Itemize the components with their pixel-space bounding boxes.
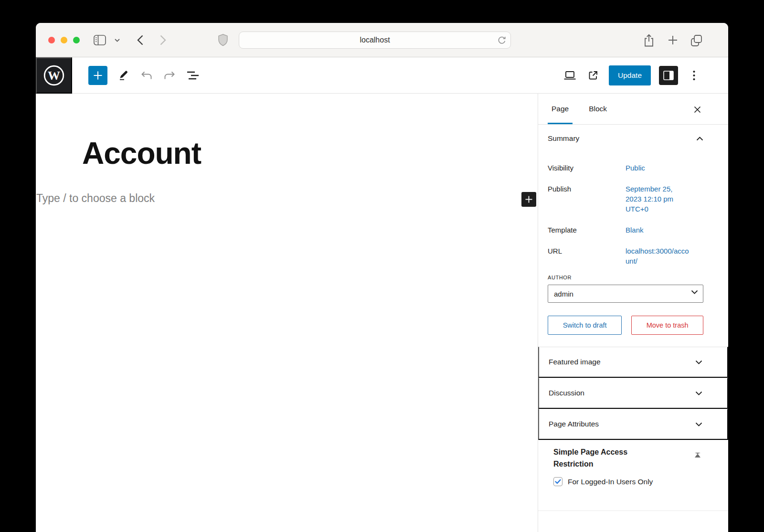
preview-button[interactable] [562,67,577,84]
edit-tool-button[interactable] [116,67,131,84]
browser-chrome: localhost [36,23,728,57]
back-button[interactable] [133,33,147,47]
tab-page[interactable]: Page [548,94,573,124]
close-icon [694,106,701,113]
plus-icon [525,195,533,203]
block-inserter-button[interactable] [88,66,107,85]
summary-row-publish: Publish September 25, 2023 12:10 pm UTC+… [548,184,703,214]
plugin-panel-title: Simple Page Access Restriction [553,446,663,470]
new-tab-icon[interactable] [666,33,679,47]
undo-icon [140,70,153,81]
editor-toolbar: W [36,57,728,94]
list-view-button[interactable] [185,67,200,84]
chevron-down-icon [695,422,702,426]
page-title[interactable]: Account [82,136,201,171]
list-view-icon [186,70,199,81]
logged-in-users-checkbox[interactable] [553,477,562,486]
logged-in-users-checkbox-label[interactable]: For Logged-In Users Only [568,478,653,486]
row-label: Visibility [548,163,626,173]
update-button[interactable]: Update [609,65,651,85]
undo-button[interactable] [139,67,154,84]
close-window-button[interactable] [48,37,55,43]
settings-sidebar: Page Block Summary Visibility Public [538,94,728,532]
row-label: Publish [548,184,626,194]
forward-button[interactable] [156,33,170,47]
privacy-shield-icon[interactable] [216,33,230,47]
template-value-link[interactable]: Blank [626,225,644,235]
tab-block[interactable]: Block [585,94,611,124]
editor-canvas: Account Type / to choose a block [36,94,538,532]
panel-discussion[interactable]: Discussion [538,378,728,409]
chevron-down-icon[interactable] [112,33,122,47]
sidebar-tabs: Page Block [538,94,728,125]
summary-row-visibility: Visibility Public [548,163,703,173]
summary-header[interactable]: Summary [548,134,703,143]
simple-page-access-restriction-panel: Simple Page Access Restriction For Logge… [538,440,728,511]
visibility-value-link[interactable]: Public [626,163,645,173]
pencil-icon [118,70,129,81]
redo-button[interactable] [162,67,177,84]
panel-page-attributes[interactable]: Page Attributes [538,409,728,440]
view-page-button[interactable] [585,67,601,84]
chevron-down-icon [691,290,698,294]
svg-text:W: W [48,69,60,83]
author-select-value: admin [554,290,573,298]
switch-to-draft-button[interactable]: Switch to draft [548,316,622,335]
reload-icon[interactable] [497,35,506,45]
panel-label: Discussion [549,389,584,397]
move-to-trash-button[interactable]: Move to trash [631,316,703,335]
summary-row-template: Template Blank [548,225,703,235]
panel-label: Page Attributes [549,420,599,428]
row-label: Template [548,225,626,235]
wordpress-logo[interactable]: W [36,57,72,94]
zoom-window-button[interactable] [73,37,80,43]
author-select[interactable]: admin [548,285,703,303]
panel-featured-image[interactable]: Featured image [538,347,728,378]
options-menu-button[interactable] [686,67,701,84]
author-label: AUTHOR [548,275,703,280]
external-link-icon [587,70,599,81]
laptop-icon [563,70,576,81]
add-block-button[interactable] [521,192,536,207]
summary-row-url: URL localhost:3000/account/ [548,246,703,266]
settings-sidebar-toggle[interactable] [659,66,678,85]
share-icon[interactable] [642,33,656,47]
sidebar-toggle-icon[interactable] [93,33,106,47]
tab-overview-icon[interactable] [690,33,703,47]
checkmark-icon [555,479,561,484]
chevron-down-icon [695,360,702,364]
chevron-up-icon [696,137,703,141]
traffic-lights [48,37,80,43]
empty-block-placeholder[interactable]: Type / to choose a block [36,192,155,205]
row-label: URL [548,246,626,256]
summary-section: Summary Visibility Public Publish Septem… [538,125,728,347]
chevron-down-icon [695,391,702,395]
browser-window: localhost W [36,23,728,532]
url-value-link[interactable]: localhost:3000/account/ [626,246,690,266]
kebab-menu-icon [693,70,695,81]
collapse-triangle-icon[interactable] [695,453,700,458]
redo-icon [163,70,176,81]
address-bar[interactable]: localhost [239,32,511,49]
summary-title: Summary [548,134,579,143]
plus-icon [93,70,103,81]
panel-label: Featured image [549,358,601,366]
address-bar-url: localhost [360,36,390,44]
minimize-window-button[interactable] [61,37,67,43]
close-sidebar-button[interactable] [691,103,703,116]
divider [538,511,728,511]
sidebar-panel-icon [663,71,674,80]
publish-value-link[interactable]: September 25, 2023 12:10 pm UTC+0 [626,184,682,214]
